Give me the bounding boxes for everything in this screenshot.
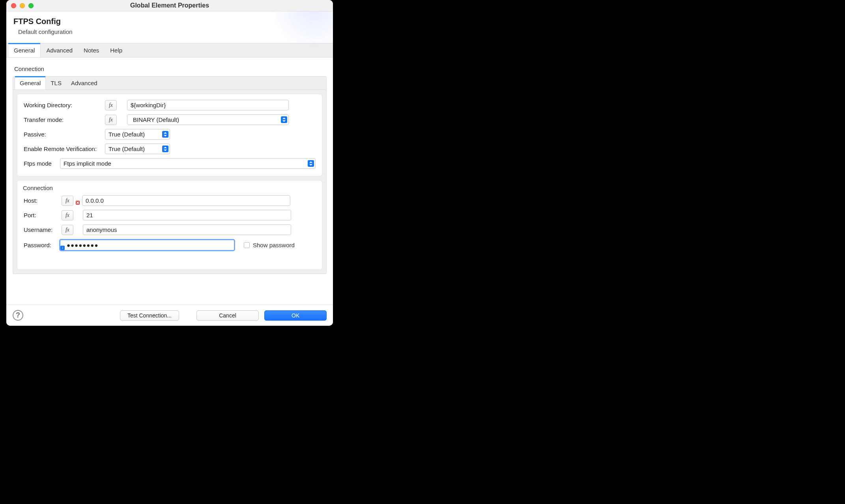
tab-help[interactable]: Help [105,43,128,57]
password-wrapper: i [59,239,235,251]
fx-button-username[interactable]: fx [62,225,73,235]
config-title: FTPS Config [13,17,326,26]
fx-button-working-dir[interactable]: fx [105,100,117,110]
transfer-mode-value: BINARY (Default) [131,116,179,123]
ftps-mode-select[interactable]: Ftps implicit mode [60,158,316,169]
inner-tabbar: General TLS Advanced [13,77,326,90]
ok-button[interactable]: OK [264,310,327,321]
password-label: Password: [24,242,56,248]
inner-tab-general[interactable]: General [15,77,46,90]
ftps-mode-label: Ftps mode [24,160,57,167]
test-connection-button[interactable]: Test Connection... [120,310,179,321]
zoom-window-button[interactable] [28,3,34,8]
error-icon [76,201,80,205]
username-input[interactable] [83,224,291,235]
remote-verification-label: Enable Remote Verification: [24,146,102,152]
transfer-mode-label: Transfer mode: [24,116,102,123]
inner-tab-advanced[interactable]: Advanced [66,77,102,90]
password-input[interactable] [59,239,235,251]
show-password-toggle[interactable]: Show password [244,242,295,248]
dialog-footer: ? Test Connection... Cancel OK [6,304,333,326]
show-password-label: Show password [253,242,295,248]
cancel-button[interactable]: Cancel [196,310,259,321]
passive-select[interactable]: True (Default) [105,129,170,140]
working-dir-label: Working Directory: [24,102,102,108]
close-window-button[interactable] [11,3,16,8]
info-icon: i [60,246,65,250]
username-label: Username: [24,226,58,233]
general-settings-panel: Working Directory: fx Transfer mode: fx … [17,94,322,176]
port-input[interactable] [83,210,291,220]
inner-tab-tls[interactable]: TLS [46,77,66,90]
fx-button-port[interactable]: fx [62,210,73,220]
remote-verification-select[interactable]: True (Default) [105,144,170,154]
tab-advanced[interactable]: Advanced [41,43,78,57]
chevron-updown-icon [162,146,168,152]
remote-verification-value: True (Default) [108,146,145,152]
titlebar: Global Element Properties [6,0,333,11]
dialog-header: FTPS Config Default configuration [6,11,333,43]
tab-general[interactable]: General [8,43,41,57]
fx-button-host[interactable]: fx [62,196,73,206]
chevron-updown-icon [281,116,287,123]
section-connection-label: Connection [14,65,327,72]
port-label: Port: [24,212,58,218]
dialog-window: Global Element Properties FTPS Config De… [6,0,333,326]
working-dir-input[interactable] [127,100,289,110]
outer-tabbar: General Advanced Notes Help [6,43,333,58]
passive-label: Passive: [24,131,102,138]
show-password-checkbox[interactable] [244,242,250,248]
transfer-mode-select[interactable]: BINARY (Default) [127,114,289,125]
ftps-mode-value: Ftps implicit mode [64,160,111,167]
host-label: Host: [24,197,58,204]
passive-value: True (Default) [108,131,145,138]
host-input[interactable] [82,195,290,206]
connection-panel-title: Connection [23,185,316,191]
dialog-body: Connection General TLS Advanced Working … [6,58,333,274]
help-button[interactable]: ? [13,310,23,321]
fx-button-transfer-mode[interactable]: fx [105,115,117,125]
connection-group: General TLS Advanced Working Directory: … [13,76,327,274]
chevron-updown-icon [162,131,168,138]
minimize-window-button[interactable] [20,3,25,8]
window-controls [6,3,34,8]
connection-settings-panel: Connection Host: fx Port: fx Username: f… [17,180,322,270]
config-subtitle: Default configuration [13,28,326,35]
chevron-updown-icon [308,160,314,167]
window-title: Global Element Properties [6,2,333,9]
tab-notes[interactable]: Notes [78,43,105,57]
